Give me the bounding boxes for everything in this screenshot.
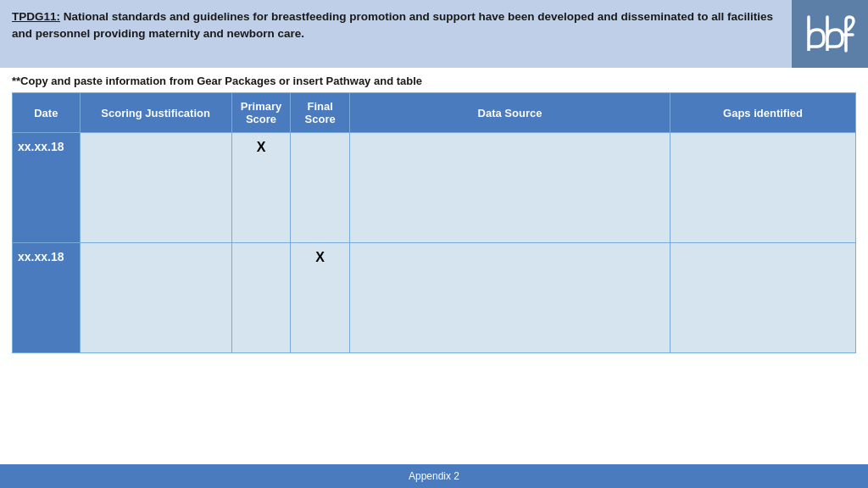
col-header-gaps: Gaps identified xyxy=(670,93,856,133)
table-header-row: Date Scoring Justification Primary Score… xyxy=(13,93,856,133)
col-header-date: Date xyxy=(13,93,81,133)
footer: Appendix 2 xyxy=(0,464,868,488)
row2-final: X xyxy=(291,243,350,353)
col-header-scoring: Scoring Justification xyxy=(80,93,231,133)
header-text: TPDG11: National standards and guideline… xyxy=(0,0,792,68)
row2-scoring xyxy=(80,243,231,353)
header: TPDG11: National standards and guideline… xyxy=(0,0,868,68)
page-wrapper: TPDG11: National standards and guideline… xyxy=(0,0,868,488)
col-header-datasource: Data Source xyxy=(349,93,670,133)
main-table: Date Scoring Justification Primary Score… xyxy=(12,92,856,353)
row1-final xyxy=(291,133,350,243)
subtitle: **Copy and paste information from Gear P… xyxy=(0,68,868,92)
table-container: Date Scoring Justification Primary Score… xyxy=(0,92,868,464)
header-description: National standards and guidelines for br… xyxy=(12,10,773,40)
row1-date: xx.xx.18 xyxy=(13,133,81,243)
row1-scoring xyxy=(80,133,231,243)
bbf-logo xyxy=(804,13,855,55)
row2-gaps xyxy=(670,243,856,353)
col-header-final: Final Score xyxy=(291,93,350,133)
table-row: xx.xx.18 X xyxy=(13,243,856,353)
header-logo xyxy=(792,0,868,68)
col-header-primary: Primary Score xyxy=(231,93,291,133)
row1-gaps xyxy=(670,133,856,243)
row2-primary xyxy=(231,243,291,353)
row1-datasource xyxy=(349,133,670,243)
row2-datasource xyxy=(349,243,670,353)
table-row: xx.xx.18 X xyxy=(13,133,856,243)
footer-label: Appendix 2 xyxy=(409,470,459,482)
row2-date: xx.xx.18 xyxy=(13,243,81,353)
tpdg-label: TPDG11: xyxy=(12,10,60,23)
row1-primary: X xyxy=(231,133,291,243)
